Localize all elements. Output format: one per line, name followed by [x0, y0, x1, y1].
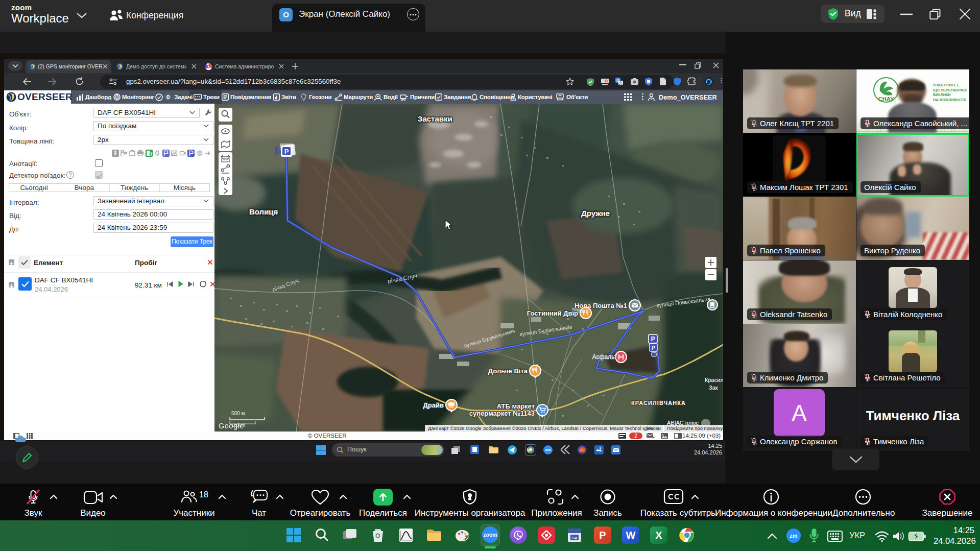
svg-text:Умови: Умови	[647, 425, 661, 431]
svg-text:Красилівча: Красилівча	[705, 377, 723, 383]
svg-text:Заставки: Заставки	[418, 114, 452, 123]
svg-text:Волиця: Волиця	[249, 207, 278, 216]
svg-text:Гостинний Двір: Гостинний Двір	[527, 309, 578, 317]
svg-text:P: P	[652, 345, 655, 351]
svg-text:Google: Google	[219, 422, 244, 430]
svg-text:АТБ маркет: АТБ маркет	[497, 402, 535, 410]
svg-text:супермаркет №1143: супермаркет №1143	[469, 410, 535, 417]
svg-text:КРАСИЛІВЧАНКА: КРАСИЛІВЧАНКА	[631, 400, 686, 406]
svg-text:Асфальт: Асфальт	[592, 353, 617, 361]
svg-text:Б4: Б4	[572, 536, 577, 540]
svg-text:Дані карт ©2026 Google Зображе: Дані карт ©2026 Google Зображення ©2026 …	[428, 425, 653, 431]
svg-text:STOP: STOP	[197, 152, 202, 155]
svg-text:文: 文	[619, 81, 623, 85]
svg-text:500 м: 500 м	[231, 411, 245, 416]
svg-text:Повідомити про помилку на карт: Повідомити про помилку на карті	[667, 425, 723, 431]
svg-text:P: P	[284, 148, 289, 155]
svg-text:Драйв: Драйв	[423, 401, 444, 409]
svg-text:P: P	[651, 336, 655, 343]
svg-text:Зак: Зак	[709, 385, 718, 391]
svg-text:Дольче Віта: Дольче Віта	[488, 367, 528, 375]
svg-text:Дружне: Дружне	[581, 209, 610, 218]
svg-text:СНАУ: СНАУ	[878, 96, 894, 102]
